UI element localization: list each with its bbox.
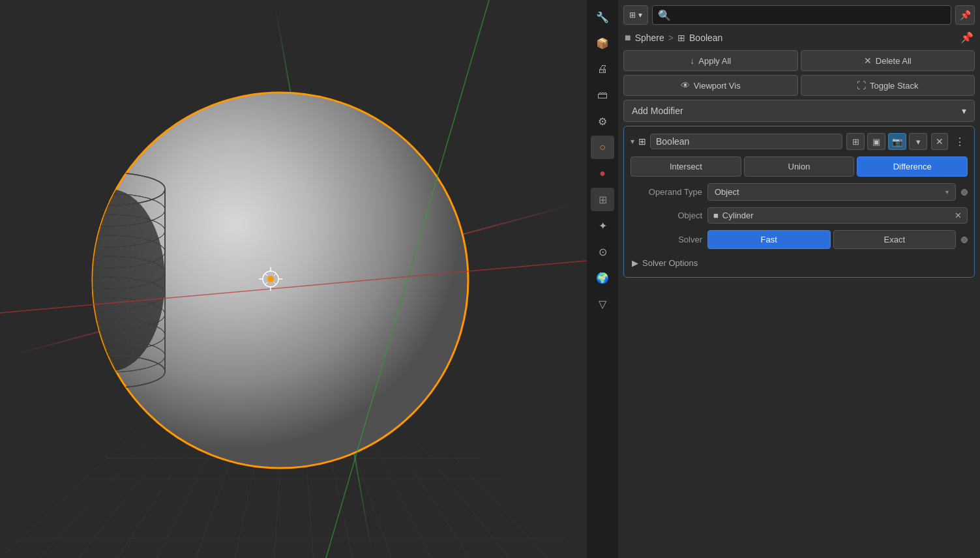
boolean-modifier-card: ▾ ⊞ Boolean ⊞ ▣ 📷 ▾ bbox=[623, 126, 975, 278]
solver-options-label: Solver Options bbox=[642, 258, 698, 268]
search-input-wrap: 🔍 bbox=[652, 5, 951, 25]
apply-icon: ↓ bbox=[690, 55, 694, 66]
object-mesh-icon: ■ bbox=[713, 211, 719, 220]
svg-point-30 bbox=[267, 276, 274, 282]
modifier-dropdown-btn[interactable]: ▾ bbox=[909, 133, 927, 150]
difference-label: Difference bbox=[893, 162, 932, 171]
sidebar-icon-output[interactable]: 🗃 bbox=[591, 83, 614, 107]
operand-type-value: Object bbox=[715, 187, 942, 197]
sidebar-icon-object[interactable]: ○ bbox=[591, 136, 614, 159]
modifier-header: ▾ ⊞ Boolean ⊞ ▣ 📷 ▾ bbox=[631, 133, 968, 150]
solver-label: Solver bbox=[631, 235, 702, 244]
dropdown-arrow-icon: ▾ bbox=[916, 137, 921, 147]
sidebar-icon-modifier[interactable]: ⊞ bbox=[591, 188, 614, 211]
camera-icon: 📷 bbox=[892, 137, 902, 147]
object-label: Object bbox=[631, 211, 702, 220]
sidebar-icon-particles[interactable]: ✦ bbox=[591, 214, 614, 237]
sidebar-icons: 🔧 📦 🖨 🗃 ⚙ ○ ● ⊞ ✦ ⊙ 🌍 ▽ bbox=[587, 0, 618, 558]
sidebar-icon-render[interactable]: 🖨 bbox=[591, 57, 614, 81]
search-row: ⊞ ▾ 🔍 📌 bbox=[623, 5, 975, 25]
object-name: Sphere bbox=[635, 33, 664, 43]
intersect-button[interactable]: Intersect bbox=[631, 156, 741, 177]
main-panel: ⊞ ▾ 🔍 📌 ■ Sphere > ⊞ Boolean 📌 ↓ Apply bbox=[618, 0, 980, 558]
sidebar-icon-view[interactable]: ⚙ bbox=[591, 110, 614, 133]
object-field[interactable]: ■ Cylinder ✕ bbox=[707, 207, 968, 224]
operand-dropdown-arrow: ▾ bbox=[945, 188, 949, 196]
operand-type-field[interactable]: Object ▾ bbox=[707, 183, 956, 201]
pin-button[interactable]: 📌 bbox=[955, 5, 975, 25]
modifier-name-text: Boolean bbox=[656, 136, 689, 147]
object-type-icon: ■ bbox=[625, 32, 631, 44]
close-icon: ✕ bbox=[936, 136, 943, 147]
grid-icon: ⊞ bbox=[629, 10, 636, 20]
add-modifier-arrow: ▾ bbox=[962, 106, 966, 116]
display-icon: ▣ bbox=[872, 137, 880, 147]
viewport-vis-label: Viewport Vis bbox=[694, 81, 741, 91]
sidebar-icon-physics[interactable]: ⊙ bbox=[591, 240, 614, 263]
modifier-icon: ⊞ bbox=[638, 136, 646, 147]
pin-icon: 📌 bbox=[960, 10, 971, 20]
modifier-btn-mesh[interactable]: ⊞ bbox=[846, 133, 865, 150]
solver-exact-button[interactable]: Exact bbox=[833, 230, 957, 249]
add-modifier-label: Add Modifier bbox=[632, 106, 683, 116]
toggle-stack-label: Toggle Stack bbox=[870, 81, 918, 91]
modifier-expand-icon[interactable]: ▾ bbox=[631, 137, 634, 146]
operation-row: Intersect Union Difference bbox=[631, 156, 968, 177]
object-name-value: Cylinder bbox=[722, 211, 951, 220]
operand-type-row: Operand Type Object ▾ bbox=[631, 183, 968, 201]
viewport-svg bbox=[0, 0, 587, 558]
solver-options-expand-icon: ▶ bbox=[632, 258, 638, 268]
breadcrumb: ■ Sphere > ⊞ Boolean 📌 bbox=[623, 29, 975, 46]
apply-all-button[interactable]: ↓ Apply All bbox=[623, 50, 798, 71]
operand-type-label: Operand Type bbox=[631, 187, 702, 197]
eye-icon: 👁 bbox=[681, 80, 690, 91]
add-modifier-dropdown[interactable]: Add Modifier ▾ bbox=[623, 100, 975, 122]
modifier-type-icon: ⊞ bbox=[677, 33, 685, 43]
delete-icon: ✕ bbox=[864, 55, 872, 66]
solver-options-row[interactable]: ▶ Solver Options bbox=[631, 256, 968, 271]
fast-label: Fast bbox=[761, 235, 777, 244]
sidebar-icon-tools[interactable]: 🔧 bbox=[591, 5, 614, 29]
stack-icon: ⛶ bbox=[857, 80, 866, 91]
action-buttons-row: ↓ Apply All ✕ Delete All bbox=[623, 50, 975, 71]
operand-type-dot bbox=[961, 189, 968, 196]
apply-all-label: Apply All bbox=[698, 56, 731, 66]
modifier-name-breadcrumb: Boolean bbox=[689, 33, 722, 43]
3d-viewport[interactable] bbox=[0, 0, 587, 558]
modifier-buttons: ⊞ ▣ 📷 ▾ bbox=[846, 133, 927, 150]
breadcrumb-separator: > bbox=[668, 33, 674, 43]
solver-dot bbox=[961, 237, 968, 243]
viewport-vis-button[interactable]: 👁 Viewport Vis bbox=[623, 75, 798, 96]
pin-modifier-button[interactable]: 📌 bbox=[960, 31, 973, 44]
modifier-name-field[interactable]: Boolean bbox=[650, 134, 842, 149]
properties-panel: 🔧 📦 🖨 🗃 ⚙ ○ ● ⊞ ✦ ⊙ 🌍 ▽ ⊞ ▾ 🔍 📌 bbox=[587, 0, 980, 558]
mesh-icon: ⊞ bbox=[852, 137, 859, 147]
sidebar-icon-constraints[interactable]: ● bbox=[591, 162, 614, 185]
difference-button[interactable]: Difference bbox=[857, 156, 968, 177]
sidebar-icon-world[interactable]: 🌍 bbox=[591, 266, 614, 289]
sidebar-icon-data[interactable]: ▽ bbox=[591, 292, 614, 316]
modifier-close-button[interactable]: ✕ bbox=[931, 133, 948, 150]
intersect-label: Intersect bbox=[670, 162, 702, 171]
solver-buttons: Fast Exact bbox=[707, 230, 956, 249]
search-mode-button[interactable]: ⊞ ▾ bbox=[623, 5, 648, 25]
search-input[interactable] bbox=[675, 10, 945, 20]
dots-icon: ⋮ bbox=[955, 136, 965, 147]
object-row: Object ■ Cylinder ✕ bbox=[631, 207, 968, 224]
viewport-stack-row: 👁 Viewport Vis ⛶ Toggle Stack bbox=[623, 75, 975, 96]
union-label: Union bbox=[788, 162, 810, 171]
exact-label: Exact bbox=[883, 235, 905, 244]
delete-all-label: Delete All bbox=[876, 56, 912, 66]
dropdown-arrow: ▾ bbox=[638, 10, 642, 20]
object-clear-button[interactable]: ✕ bbox=[955, 211, 962, 220]
modifier-btn-display[interactable]: ▣ bbox=[867, 133, 885, 150]
delete-all-button[interactable]: ✕ Delete All bbox=[801, 50, 975, 71]
sidebar-icon-scene[interactable]: 📦 bbox=[591, 31, 614, 55]
solver-fast-button[interactable]: Fast bbox=[707, 230, 831, 249]
toggle-stack-button[interactable]: ⛶ Toggle Stack bbox=[801, 75, 975, 96]
modifier-more-button[interactable]: ⋮ bbox=[952, 136, 968, 148]
search-icon: 🔍 bbox=[658, 9, 671, 22]
solver-row: Solver Fast Exact bbox=[631, 230, 968, 249]
modifier-btn-camera[interactable]: 📷 bbox=[888, 133, 906, 150]
union-button[interactable]: Union bbox=[744, 156, 855, 177]
